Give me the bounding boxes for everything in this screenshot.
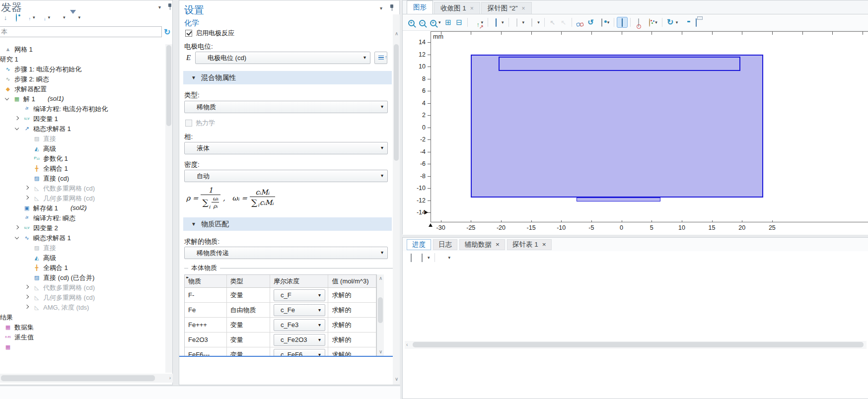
- chevron-expanded-icon[interactable]: [15, 126, 19, 130]
- tree-item[interactable]: ◺几何多重网格 (cd): [0, 292, 164, 302]
- scroll-left-icon[interactable]: ‹: [406, 342, 408, 347]
- tab-辅助数据[interactable]: 辅助数据×: [459, 239, 505, 250]
- chevron-down-icon[interactable]: ▾: [502, 20, 504, 25]
- filter-button[interactable]: [68, 12, 78, 23]
- chevron-down-icon[interactable]: ▾: [380, 5, 382, 11]
- collapse-all-button[interactable]: ↑: [22, 12, 33, 23]
- node-text-button[interactable]: [52, 12, 63, 23]
- tree-item[interactable]: ∂f编译方程: 瞬态: [0, 213, 164, 223]
- orbit-button[interactable]: ↺: [585, 17, 596, 28]
- species-row[interactable]: Fe2O3变量c_Fe2O3求解的: [185, 332, 376, 347]
- tree-item[interactable]: 研究 1: [0, 54, 164, 64]
- chevron-down-icon[interactable]: ▾: [522, 20, 525, 25]
- refresh-icon[interactable]: ↻: [164, 27, 170, 37]
- section-mixture-properties[interactable]: ▼ 混合物属性: [183, 71, 392, 84]
- tree-item[interactable]: u,v因变量 1: [0, 114, 164, 124]
- hide-objects-button[interactable]: [575, 17, 585, 28]
- tab-收敛图 1[interactable]: 收敛图 1×: [434, 2, 480, 14]
- tree-item[interactable]: ▨直接 (cd): [0, 173, 164, 183]
- close-icon[interactable]: ×: [496, 241, 500, 248]
- scroll-right-icon[interactable]: ›: [169, 376, 171, 381]
- chevron-collapsed-icon[interactable]: [25, 285, 29, 289]
- material-color-button[interactable]: [644, 17, 655, 28]
- settings-vscrollbar[interactable]: ∧ ∨: [393, 14, 400, 385]
- chevron-collapsed-icon[interactable]: [25, 295, 29, 299]
- tree-item[interactable]: 8.85派生值: [0, 332, 164, 342]
- tree-item[interactable]: ▨直接: [0, 133, 164, 143]
- tree-item[interactable]: ◺代数多重网格 (cd): [0, 282, 164, 292]
- tree-item[interactable]: ╋全耦合 1: [0, 263, 164, 272]
- chevron-collapsed-icon[interactable]: [15, 225, 19, 229]
- section-species-matching[interactable]: ▼ 物质匹配: [183, 217, 392, 231]
- tree-item[interactable]: ◭高级: [0, 143, 164, 153]
- chevron-down-icon[interactable]: ▾: [607, 20, 610, 25]
- chevron-collapsed-icon[interactable]: [25, 305, 29, 309]
- chevron-down-icon[interactable]: ▾: [448, 255, 451, 260]
- tree-hscrollbar[interactable]: ›: [0, 374, 173, 383]
- species-row[interactable]: Fe自由物质c_Fe求解的: [185, 303, 376, 318]
- print-button[interactable]: [691, 17, 702, 28]
- chevron-down-icon[interactable]: ▾: [158, 4, 161, 10]
- table-header-cell[interactable]: 类型: [227, 275, 271, 287]
- tab-探针表 1[interactable]: 探针表 1×: [507, 239, 552, 250]
- tree-item[interactable]: ◺AMG, 浓度 (tds): [0, 302, 164, 312]
- chevron-down-icon[interactable]: ▾: [438, 20, 441, 25]
- chevron-down-icon[interactable]: ▾: [48, 15, 51, 20]
- snapshot-button[interactable]: [680, 17, 691, 28]
- species-solved-select[interactable]: 稀物质传递: [184, 247, 388, 259]
- plot-button[interactable]: ↻: [665, 17, 676, 28]
- electrode-potential-select[interactable]: 电极电位 (cd): [195, 52, 370, 64]
- show-button[interactable]: [11, 12, 22, 23]
- pin-icon[interactable]: [167, 3, 172, 10]
- view-visibility-button[interactable]: [596, 17, 607, 28]
- chevron-collapsed-icon[interactable]: [15, 116, 19, 120]
- chevron-collapsed-icon[interactable]: [25, 186, 29, 190]
- tree-item[interactable]: ╋全耦合 1: [0, 163, 164, 173]
- close-icon[interactable]: ×: [542, 241, 546, 248]
- transparency-button[interactable]: [633, 17, 644, 28]
- table-header-cell[interactable]: 值 (mol/m^3): [328, 275, 376, 287]
- move-down-button[interactable]: ↓: [0, 12, 11, 23]
- filter-input[interactable]: [0, 26, 162, 37]
- close-icon[interactable]: ×: [522, 5, 525, 12]
- move-plot-button[interactable]: [437, 252, 448, 263]
- tree-vscrollbar[interactable]: [165, 44, 172, 373]
- phase-select[interactable]: 液体: [184, 142, 388, 154]
- tab-日志[interactable]: 日志: [433, 239, 457, 250]
- tree-item[interactable]: ◺代数多重网格 (cd): [0, 183, 164, 193]
- axis-orientation-button[interactable]: [470, 17, 481, 28]
- chevron-down-icon[interactable]: ▾: [63, 15, 66, 20]
- scene-color-button[interactable]: [491, 17, 502, 28]
- tree-item[interactable]: ▣解存储 1(sol2): [0, 203, 164, 213]
- geometry-main-domain[interactable]: [471, 55, 763, 198]
- table-vscrollbar[interactable]: ∧ ∨: [377, 274, 384, 356]
- concentration-select[interactable]: c_F: [274, 289, 325, 301]
- tree-item[interactable]: ▦数据集: [0, 322, 164, 332]
- table-header-cell[interactable]: 摩尔浓度: [270, 275, 328, 287]
- tree-item[interactable]: ↗稳态求解器 1: [0, 124, 164, 133]
- color-table-button[interactable]: [417, 252, 428, 263]
- zoom-selected-button[interactable]: ⊟: [454, 17, 465, 28]
- grid-button[interactable]: [617, 17, 628, 28]
- chevron-down-icon[interactable]: ▾: [428, 255, 430, 260]
- species-row[interactable]: Fe+++变量c_Fe3求解的: [185, 318, 376, 332]
- concentration-select[interactable]: c_Fe2O3: [274, 334, 325, 346]
- geometry-top-band[interactable]: [499, 57, 740, 70]
- chevron-down-icon[interactable]: ▾: [33, 15, 35, 20]
- progress-hscrollbar[interactable]: ‹: [405, 341, 867, 349]
- zoom-out-button[interactable]: −: [417, 17, 428, 28]
- enable-electrode-checkbox-row[interactable]: 启用电极反应: [185, 29, 234, 38]
- checkbox-checked-icon[interactable]: [185, 30, 192, 37]
- tree-item[interactable]: ◭高级: [0, 253, 164, 263]
- zoom-extents-button[interactable]: ⊞: [443, 17, 454, 28]
- tab-图形[interactable]: 图形: [407, 0, 433, 14]
- concentration-select[interactable]: c_Fe3: [274, 319, 325, 331]
- expand-all-button[interactable]: ↓: [37, 12, 48, 23]
- concentration-select[interactable]: c_Fe: [274, 304, 325, 316]
- close-icon[interactable]: ×: [470, 5, 474, 12]
- tree-item[interactable]: ▦: [0, 342, 164, 352]
- chevron-expanded-icon[interactable]: [5, 96, 9, 100]
- pin-icon[interactable]: [389, 4, 394, 11]
- tab-进度[interactable]: 进度: [407, 239, 431, 250]
- tree-item[interactable]: ∿步骤 1: 电流分布初始化: [0, 64, 164, 74]
